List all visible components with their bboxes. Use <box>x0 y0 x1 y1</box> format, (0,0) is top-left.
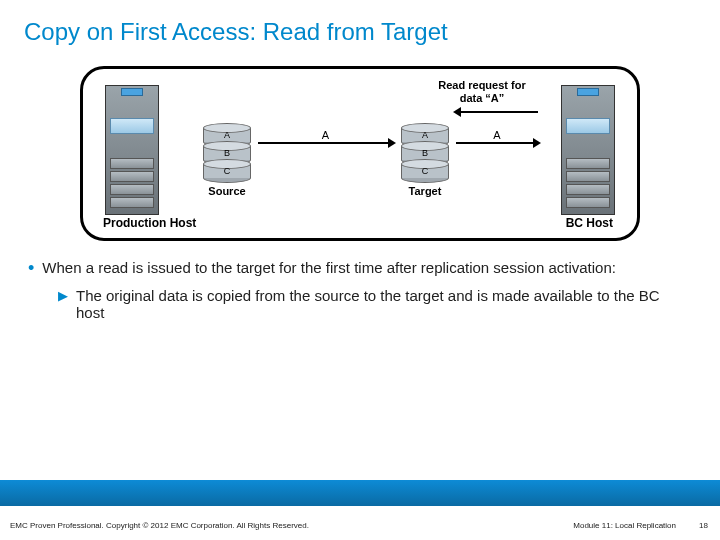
production-server-icon <box>105 85 159 215</box>
source-row-c: C <box>224 166 231 176</box>
diagram-container: A B C Source A B C Target Read request f… <box>80 66 640 241</box>
target-row-c: C <box>422 166 429 176</box>
target-storage-icon: A B C Target <box>401 129 449 197</box>
copy-arrow-icon: A <box>258 142 393 144</box>
source-row-b: B <box>224 148 230 158</box>
bc-host-label: BC Host <box>566 216 613 230</box>
body-text: • When a read is issued to the target fo… <box>28 259 692 321</box>
bc-server-icon <box>561 85 615 215</box>
read-request-label: Read request for data “A” <box>437 79 527 104</box>
copyright-text: EMC Proven Professional. Copyright © 201… <box>10 521 309 530</box>
page-title: Copy on First Access: Read from Target <box>0 0 720 46</box>
target-caption: Target <box>401 185 449 197</box>
module-text: Module 11: Local Replication <box>573 521 676 530</box>
bullet-1-text: When a read is issued to the target for … <box>42 259 616 277</box>
source-storage-icon: A B C Source <box>203 129 251 197</box>
copy-arrow-label: A <box>322 129 329 141</box>
bullet-2-text: The original data is copied from the sou… <box>76 287 692 321</box>
target-row-b: B <box>422 148 428 158</box>
request-arrow-icon <box>456 111 538 113</box>
source-caption: Source <box>203 185 251 197</box>
footer-accent-bar <box>0 480 720 506</box>
page-number: 18 <box>699 521 708 530</box>
source-row-a: A <box>224 130 230 140</box>
sub-bullet-icon: ▶ <box>58 287 68 321</box>
deliver-arrow-icon: A <box>456 142 538 144</box>
production-host-label: Production Host <box>103 216 196 230</box>
target-row-a: A <box>422 130 428 140</box>
bullet-icon: • <box>28 259 34 277</box>
deliver-arrow-label: A <box>493 129 500 141</box>
footer: EMC Proven Professional. Copyright © 201… <box>0 506 720 540</box>
